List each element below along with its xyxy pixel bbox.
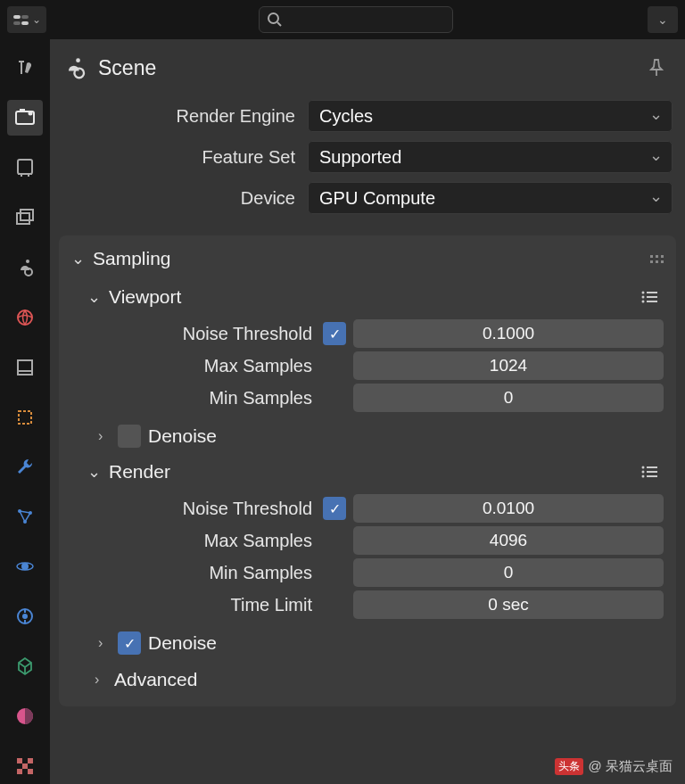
search-icon <box>267 12 283 28</box>
tab-render[interactable] <box>7 100 43 136</box>
render-noise-threshold-checkbox[interactable]: ✓ <box>323 497 346 520</box>
viewport-min-samples-label: Min Samples <box>71 388 323 409</box>
svg-line-5 <box>277 22 281 26</box>
svg-rect-11 <box>21 210 33 220</box>
viewport-denoise-checkbox[interactable] <box>118 425 141 448</box>
tab-modifier[interactable] <box>7 400 43 435</box>
viewport-header[interactable]: ⌄ Viewport <box>71 278 664 316</box>
tab-texture[interactable] <box>7 748 43 784</box>
feature-set-select[interactable]: Supported <box>308 141 673 173</box>
preset-menu-icon[interactable] <box>635 460 664 483</box>
render-time-limit-label: Time Limit <box>71 595 323 615</box>
chevron-down-icon: ⌄ <box>71 249 93 268</box>
svg-point-43 <box>642 471 645 474</box>
viewport-denoise-header[interactable]: › Denoise <box>71 416 664 453</box>
render-noise-threshold-label: Noise Threshold <box>71 499 323 519</box>
device-label: Device <box>62 188 308 209</box>
viewport-max-samples-field[interactable]: 1024 <box>353 351 664 380</box>
render-min-samples-label: Min Samples <box>71 563 323 583</box>
render-min-samples-field[interactable]: 0 <box>353 558 664 587</box>
preset-menu-icon[interactable] <box>635 285 664 309</box>
chevron-right-icon: › <box>98 635 118 651</box>
svg-rect-44 <box>647 471 657 473</box>
svg-rect-15 <box>18 360 32 371</box>
viewport-max-samples-label: Max Samples <box>71 356 323 376</box>
tab-physics[interactable] <box>7 549 43 584</box>
chevron-down-icon: ⌄ <box>87 287 109 307</box>
render-max-samples-field[interactable]: 4096 <box>353 526 664 555</box>
tab-output[interactable] <box>7 150 43 186</box>
svg-rect-3 <box>21 21 29 25</box>
render-denoise-header[interactable]: › ✓ Denoise <box>71 623 664 660</box>
chevron-down-icon: ⌄ <box>32 13 41 26</box>
svg-rect-30 <box>22 763 28 769</box>
page-title: Scene <box>98 56 156 80</box>
viewport-min-samples-field[interactable]: 0 <box>353 384 664 412</box>
render-noise-threshold-field[interactable]: 0.0100 <box>353 494 664 523</box>
svg-rect-0 <box>13 15 21 19</box>
advanced-header[interactable]: › Advanced <box>71 660 664 694</box>
panel-header: Scene <box>50 39 685 93</box>
pin-button[interactable] <box>644 55 669 80</box>
render-max-samples-label: Max Samples <box>71 531 323 551</box>
svg-point-7 <box>29 111 33 115</box>
search-input[interactable] <box>259 6 453 33</box>
svg-point-45 <box>642 475 645 478</box>
tab-tool[interactable] <box>7 50 43 86</box>
svg-point-33 <box>74 69 84 78</box>
svg-rect-40 <box>647 301 657 302</box>
svg-rect-17 <box>19 411 31 424</box>
sampling-panel: ⌄ Sampling ⌄ Viewport Noise Threshold ✓ … <box>59 235 676 706</box>
chevron-down-icon: ⌄ <box>657 12 668 27</box>
svg-rect-8 <box>20 109 25 111</box>
svg-rect-29 <box>28 758 33 763</box>
watermark: 头条 @ 呆猫云桌面 <box>555 758 673 775</box>
scene-icon <box>62 55 87 80</box>
svg-rect-36 <box>647 292 657 293</box>
tab-object[interactable] <box>7 350 43 385</box>
tab-world[interactable] <box>7 300 43 335</box>
svg-point-4 <box>268 13 278 23</box>
topbar: ⌄ ⌄ <box>0 0 685 39</box>
svg-point-39 <box>642 301 645 303</box>
properties-tabs-sidebar <box>0 39 50 784</box>
editor-type-dropdown[interactable]: ⌄ <box>7 6 46 33</box>
svg-point-24 <box>22 614 28 619</box>
watermark-text: @ 呆猫云桌面 <box>589 758 673 775</box>
options-dropdown[interactable]: ⌄ <box>648 6 678 33</box>
viewport-noise-threshold-field[interactable]: 0.1000 <box>353 319 664 348</box>
svg-point-21 <box>21 563 29 570</box>
svg-rect-1 <box>21 15 29 19</box>
tab-particles[interactable] <box>7 499 43 534</box>
drag-handle-icon[interactable] <box>650 255 664 263</box>
svg-rect-46 <box>647 475 657 477</box>
render-denoise-checkbox[interactable]: ✓ <box>118 631 141 655</box>
svg-rect-10 <box>17 213 29 224</box>
tab-scene[interactable] <box>7 250 43 285</box>
render-engine-select[interactable]: Cycles <box>308 100 673 132</box>
tab-data[interactable] <box>7 648 43 684</box>
svg-point-14 <box>18 310 32 325</box>
sampling-header[interactable]: ⌄ Sampling <box>59 243 676 275</box>
svg-rect-31 <box>17 769 22 774</box>
svg-rect-42 <box>647 466 657 468</box>
tab-wrench[interactable] <box>7 450 43 485</box>
viewport-noise-threshold-checkbox[interactable]: ✓ <box>323 322 346 345</box>
chevron-right-icon: › <box>95 672 114 688</box>
svg-rect-28 <box>17 758 22 763</box>
render-header[interactable]: ⌄ Render <box>71 453 664 491</box>
viewport-noise-threshold-label: Noise Threshold <box>71 324 323 344</box>
tab-material[interactable] <box>7 698 43 734</box>
svg-point-41 <box>642 466 645 469</box>
svg-rect-2 <box>13 21 21 25</box>
svg-point-37 <box>642 296 645 299</box>
render-engine-label: Render Engine <box>62 106 308 127</box>
render-time-limit-field[interactable]: 0 sec <box>353 590 664 619</box>
tab-constraints[interactable] <box>7 598 43 634</box>
device-select[interactable]: GPU Compute <box>308 182 673 214</box>
svg-point-35 <box>642 292 645 294</box>
watermark-badge: 头条 <box>555 758 583 775</box>
tab-view-layer[interactable] <box>7 200 43 235</box>
svg-point-34 <box>76 58 80 62</box>
svg-rect-16 <box>18 371 32 375</box>
